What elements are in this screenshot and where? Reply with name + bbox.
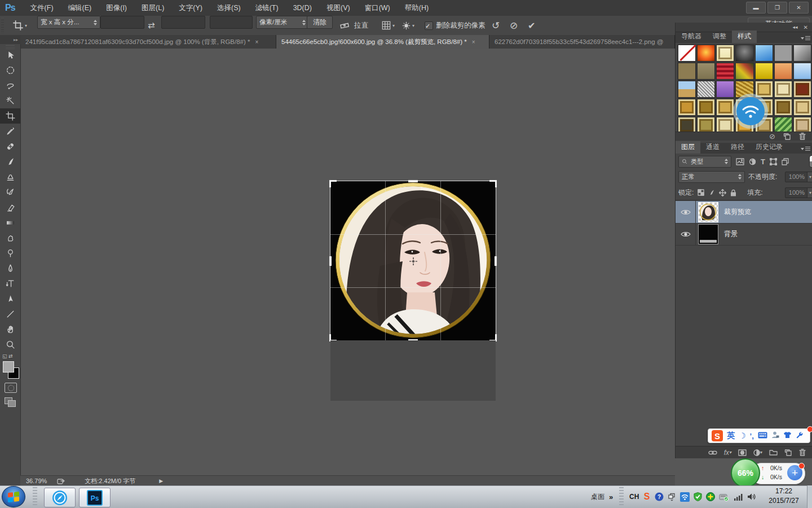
tool-button[interactable] (0, 154, 20, 169)
filter-shape-icon[interactable] (770, 158, 777, 165)
tab-layers[interactable]: 图层 (676, 141, 700, 154)
tool-button[interactable] (0, 322, 20, 337)
tab-close-icon[interactable]: × (472, 39, 475, 45)
add-mask-icon[interactable] (738, 449, 747, 456)
input-language-toggle[interactable]: 英 (727, 431, 735, 441)
skin-icon[interactable] (783, 431, 792, 441)
antivirus-tray-icon[interactable] (704, 485, 717, 508)
style-swatch[interactable] (774, 45, 792, 62)
filter-pixel-icon[interactable] (736, 158, 744, 165)
security-shield-tray-icon[interactable] (691, 485, 704, 508)
blend-mode-select[interactable]: 正常 (678, 171, 745, 183)
punctuation-icon[interactable]: ’, (750, 432, 754, 440)
swap-dimensions-icon[interactable]: ⇄ (148, 16, 155, 35)
style-swatch[interactable] (697, 45, 715, 62)
style-swatch[interactable] (735, 45, 753, 62)
tool-button[interactable] (0, 230, 20, 246)
memory-percent-ball[interactable]: 66% (731, 458, 760, 488)
style-swatch[interactable] (678, 99, 696, 116)
filter-type-icon[interactable]: T (761, 157, 765, 166)
commit-crop-icon[interactable]: ✔ (528, 16, 535, 35)
tool-button[interactable] (0, 306, 20, 322)
tab-close-icon[interactable]: × (255, 39, 259, 45)
hidden-icons-chevron[interactable] (665, 485, 678, 508)
menu-item[interactable]: 滤镜(T) (248, 0, 286, 16)
style-swatch[interactable] (793, 63, 811, 80)
menu-item[interactable]: 窗口(W) (358, 0, 398, 16)
layer-style-icon[interactable]: fx▾ (724, 449, 731, 457)
panel-menu-icon[interactable] (801, 146, 810, 152)
style-swatch[interactable] (716, 63, 734, 80)
style-swatch[interactable] (678, 63, 696, 80)
gear-icon[interactable]: ▾ (401, 16, 414, 35)
layer-thumbnail[interactable] (698, 202, 718, 222)
tool-button[interactable] (0, 276, 20, 291)
new-group-icon[interactable] (769, 449, 778, 456)
tool-button[interactable] (0, 124, 20, 139)
tool-button[interactable] (0, 108, 20, 124)
clear-button[interactable]: 清除 (307, 16, 333, 29)
filter-adjustment-icon[interactable] (749, 158, 756, 165)
foreground-color-swatch[interactable] (3, 361, 14, 373)
new-layer-icon[interactable] (784, 449, 792, 456)
tool-button[interactable] (0, 47, 20, 63)
style-swatch[interactable] (735, 63, 753, 80)
tab-navigator[interactable]: 导航器 (676, 30, 707, 43)
tool-button[interactable] (0, 63, 20, 78)
clear-style-icon[interactable]: ⊘ (769, 132, 775, 141)
filter-toggle[interactable] (809, 155, 812, 168)
crop-handle-top[interactable] (408, 180, 418, 182)
sogou-logo[interactable]: S (712, 430, 723, 441)
fullhalf-moon-icon[interactable]: ☽ (739, 431, 746, 440)
wifi-tray-icon[interactable] (678, 485, 691, 508)
tool-button[interactable] (0, 246, 20, 261)
style-swatch[interactable] (755, 63, 773, 80)
visibility-toggle[interactable] (676, 201, 696, 223)
style-swatch[interactable] (678, 45, 696, 62)
new-style-icon[interactable] (783, 133, 791, 140)
document-tab[interactable]: 241f95cad1c8a786712081af6309c93d70cf500d… (20, 35, 276, 49)
collapse-panels-icon[interactable]: ◂◂ (793, 24, 798, 30)
tool-button[interactable] (0, 169, 20, 185)
style-swatch[interactable] (774, 99, 792, 116)
style-swatch[interactable] (755, 45, 773, 62)
style-swatch[interactable] (697, 99, 715, 116)
photoshop-taskbar-button[interactable]: Ps (79, 488, 111, 507)
menu-item[interactable]: 帮助(H) (398, 0, 436, 16)
wrench-icon[interactable] (796, 431, 803, 441)
export-icon[interactable] (57, 478, 65, 484)
tool-button[interactable] (0, 291, 20, 306)
style-swatch[interactable] (716, 81, 734, 98)
tab-adjustments[interactable]: 调整 (707, 30, 732, 43)
style-swatch[interactable] (697, 63, 715, 80)
menu-item[interactable]: 文字(Y) (171, 0, 210, 16)
status-expander-icon[interactable]: ▶ (159, 478, 163, 484)
link-layers-icon[interactable] (708, 450, 717, 456)
layer-name[interactable]: 裁剪预览 (724, 207, 751, 217)
delete-cropped-checkbox[interactable]: ✓ (425, 21, 433, 30)
crop-preset-icon[interactable]: ▾ (12, 16, 27, 35)
signal-tray-icon[interactable] (732, 485, 744, 508)
toolbar-overflow-chevron[interactable]: » (609, 493, 613, 501)
tab-channels[interactable]: 通道 (700, 141, 725, 154)
layer-filter-select[interactable]: 类型 (678, 156, 731, 168)
document-tab[interactable]: 622762d0f703918f55b33c5f543d269758eec4c1… (489, 35, 675, 49)
reset-icon[interactable]: ↺ (492, 16, 500, 35)
desktop-toolbar[interactable]: 桌面 » (591, 485, 613, 508)
delete-style-icon[interactable] (799, 133, 806, 140)
quick-mask-icon[interactable] (5, 383, 17, 393)
style-swatch[interactable] (697, 81, 715, 98)
crop-width-field[interactable] (100, 16, 144, 29)
opacity-value[interactable]: 100%▾ (785, 172, 812, 182)
browser-taskbar-button[interactable] (44, 488, 76, 507)
crop-handle-right[interactable] (495, 256, 497, 266)
tool-button[interactable] (0, 337, 20, 352)
crop-ratio-select[interactable]: 宽 x 高 x 分... (37, 16, 100, 29)
soft-keyboard-icon[interactable] (758, 431, 767, 441)
toolbar-collapse-icon[interactable]: ▸▸ (0, 35, 20, 44)
menu-item[interactable]: 编辑(E) (61, 0, 99, 16)
visibility-toggle[interactable] (676, 223, 696, 245)
minimize-button[interactable]: ▬ (746, 2, 766, 14)
menu-item[interactable]: 视图(V) (319, 0, 358, 16)
user-avatar-icon[interactable] (771, 431, 779, 441)
